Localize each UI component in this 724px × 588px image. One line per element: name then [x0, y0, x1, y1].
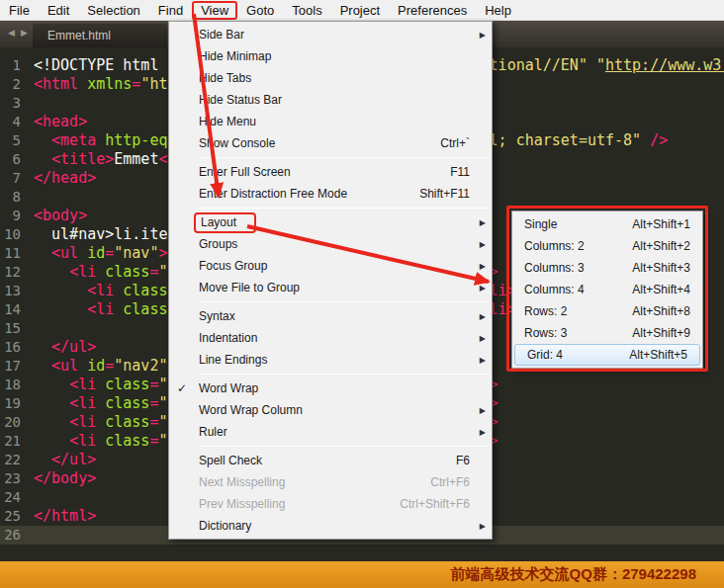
- menubar-item-project[interactable]: Project: [331, 2, 389, 19]
- menu-item-label: Columns: 2: [524, 239, 585, 253]
- menu-item-shortcut: Alt+Shift+2: [632, 239, 692, 253]
- menubar-item-view[interactable]: View: [192, 1, 237, 20]
- view-menu-item-focus-group[interactable]: Focus Group▶: [169, 255, 492, 277]
- menu-item-label: Columns: 3: [524, 261, 585, 275]
- view-menu-item-hide-status-bar[interactable]: Hide Status Bar: [169, 89, 492, 111]
- menu-item-label: Hide Status Bar: [199, 93, 282, 107]
- view-menu-item-spell-check[interactable]: Spell CheckF6: [169, 450, 492, 471]
- submenu-arrow-icon: ▶: [480, 218, 486, 227]
- code-text: </ul>: [34, 338, 96, 356]
- menu-separator: [199, 208, 489, 209]
- checkmark-icon: ✓: [177, 381, 199, 395]
- layout-option-columns-4[interactable]: Columns: 4Alt+Shift+4: [512, 279, 702, 300]
- view-menu-item-hide-tabs[interactable]: Hide Tabs: [169, 67, 492, 89]
- submenu-arrow-icon: ▶: [480, 356, 486, 365]
- layout-option-rows-3[interactable]: Rows: 3Alt+Shift+9: [512, 322, 702, 344]
- menu-separator: [199, 446, 489, 447]
- tab-forward-icon[interactable]: ▶: [21, 28, 28, 38]
- view-menu-item-side-bar[interactable]: Side Bar▶: [169, 24, 492, 45]
- menu-item-label: Word Wrap: [199, 381, 258, 395]
- layout-option-columns-3[interactable]: Columns: 3Alt+Shift+3: [512, 257, 702, 279]
- view-menu-item-dictionary[interactable]: Dictionary▶: [169, 515, 492, 537]
- view-menu-item-layout[interactable]: Layout▶: [169, 211, 492, 233]
- menu-separator: [199, 301, 489, 302]
- line-number: 12: [0, 263, 34, 282]
- view-menu-item-hide-menu[interactable]: Hide Menu: [169, 111, 492, 132]
- line-number: 9: [0, 207, 34, 225]
- menu-item-shortcut: Ctrl+Shift+F6: [400, 497, 482, 511]
- menu-item-label: Columns: 4: [524, 283, 585, 296]
- menu-item-shortcut: Alt+Shift+5: [629, 348, 689, 362]
- menu-item-label: Move File to Group: [199, 281, 300, 294]
- menubar-item-goto[interactable]: Goto: [237, 2, 283, 19]
- submenu-arrow-icon: ▶: [480, 406, 486, 415]
- submenu-arrow-icon: ▶: [480, 240, 486, 249]
- line-number: 11: [0, 244, 34, 263]
- menubar-item-find[interactable]: Find: [149, 2, 192, 19]
- view-menu-item-hide-minimap[interactable]: Hide Minimap: [169, 45, 492, 67]
- view-menu-item-word-wrap[interactable]: ✓Word Wrap: [169, 378, 492, 399]
- view-menu-item-prev-misspelling: Prev MisspellingCtrl+Shift+F6: [169, 493, 492, 515]
- line-number: 25: [0, 507, 34, 526]
- menu-item-label: Hide Tabs: [199, 71, 251, 85]
- view-menu-item-groups[interactable]: Groups▶: [169, 233, 492, 255]
- line-number: 18: [0, 376, 34, 394]
- layout-option-grid-4[interactable]: Grid: 4Alt+Shift+5: [514, 344, 700, 366]
- view-menu-item-show-console[interactable]: Show ConsoleCtrl+`: [169, 132, 492, 154]
- menu-item-shortcut: F6: [456, 454, 482, 467]
- menu-item-shortcut: Alt+Shift+4: [632, 283, 692, 296]
- menu-item-label: Show Console: [199, 136, 275, 150]
- line-number: 14: [0, 300, 34, 319]
- menu-item-shortcut: F11: [450, 165, 482, 179]
- code-text: <body>: [34, 207, 87, 224]
- submenu-arrow-icon: ▶: [480, 262, 486, 271]
- menubar-item-help[interactable]: Help: [476, 2, 520, 19]
- code-text: </head>: [34, 169, 96, 187]
- menu-item-label: Enter Distraction Free Mode: [199, 187, 347, 201]
- menu-item-shortcut: Shift+F11: [419, 187, 482, 201]
- view-menu-item-move-file-to-group[interactable]: Move File to Group▶: [169, 277, 492, 298]
- menu-item-shortcut: Alt+Shift+9: [632, 326, 692, 340]
- menu-item-label: Groups: [199, 237, 237, 251]
- view-menu-item-indentation[interactable]: Indentation▶: [169, 327, 492, 349]
- view-menu: Side Bar▶Hide MinimapHide TabsHide Statu…: [168, 21, 493, 540]
- layout-option-rows-2[interactable]: Rows: 2Alt+Shift+8: [512, 300, 702, 322]
- menubar-item-preferences[interactable]: Preferences: [389, 2, 476, 19]
- view-menu-item-line-endings[interactable]: Line Endings▶: [169, 349, 492, 371]
- menu-item-label: Spell Check: [199, 454, 262, 467]
- layout-option-columns-2[interactable]: Columns: 2Alt+Shift+2: [512, 235, 702, 257]
- view-menu-item-syntax[interactable]: Syntax▶: [169, 305, 492, 327]
- menubar-item-file[interactable]: File: [0, 2, 39, 19]
- menubar-item-tools[interactable]: Tools: [283, 2, 330, 19]
- menu-item-label: Line Endings: [199, 353, 267, 367]
- menubar-item-selection[interactable]: Selection: [78, 2, 148, 19]
- view-menu-item-ruler[interactable]: Ruler▶: [169, 421, 492, 443]
- line-number: 8: [0, 188, 34, 207]
- line-number: 15: [0, 319, 34, 338]
- line-number: 3: [0, 94, 34, 113]
- menu-item-label: Single: [524, 217, 557, 231]
- menu-item-label: Hide Minimap: [199, 49, 271, 63]
- menu-item-label: Enter Full Screen: [199, 165, 291, 179]
- view-menu-item-word-wrap-column[interactable]: Word Wrap Column▶: [169, 399, 492, 421]
- view-menu-item-enter-distraction-free-mode[interactable]: Enter Distraction Free ModeShift+F11: [169, 183, 492, 205]
- line-number: 2: [0, 75, 34, 94]
- menu-item-shortcut: Ctrl+F6: [430, 475, 482, 489]
- tab-emmet-html[interactable]: Emmet.html: [33, 24, 167, 47]
- view-menu-item-next-misspelling: Next MisspellingCtrl+F6: [169, 471, 492, 493]
- line-number: 5: [0, 131, 34, 150]
- line-number: 16: [0, 338, 34, 357]
- line-number: 19: [0, 394, 34, 413]
- submenu-arrow-icon: ▶: [480, 31, 486, 40]
- code-text: <ul id="nav2">: [34, 357, 177, 375]
- menu-item-label: Hide Menu: [199, 115, 256, 128]
- tab-back-icon[interactable]: ◀: [8, 28, 15, 38]
- layout-option-single[interactable]: SingleAlt+Shift+1: [512, 213, 702, 235]
- menu-item-label: Word Wrap Column: [199, 403, 303, 417]
- menu-item-label: Side Bar: [199, 28, 244, 42]
- line-number: 24: [0, 488, 34, 507]
- menu-bar: FileEditSelectionFindViewGotoToolsProjec…: [0, 0, 724, 21]
- menubar-item-edit[interactable]: Edit: [39, 2, 78, 19]
- line-number: 22: [0, 451, 34, 469]
- view-menu-item-enter-full-screen[interactable]: Enter Full ScreenF11: [169, 161, 492, 183]
